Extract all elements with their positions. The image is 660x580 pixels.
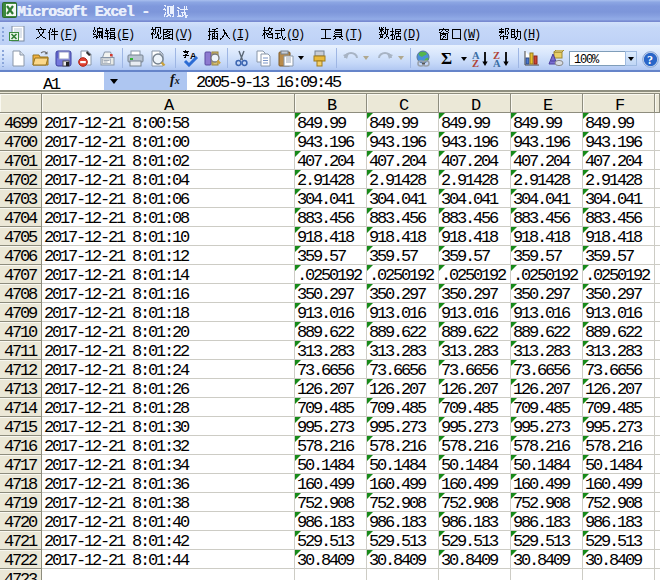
svg-text:A: A — [493, 58, 501, 67]
svg-text:Z: Z — [472, 58, 479, 67]
svg-text:?: ? — [647, 53, 653, 67]
